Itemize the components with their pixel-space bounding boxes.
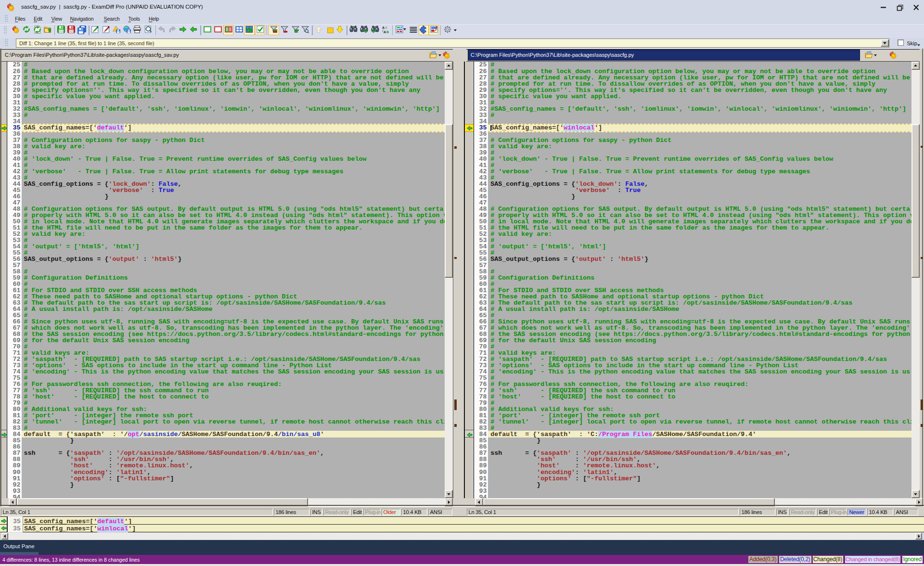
- svg-text:A: A: [384, 30, 386, 33]
- svg-text:A: A: [382, 26, 385, 29]
- svg-text:B: B: [385, 26, 387, 29]
- svg-text:B: B: [386, 30, 389, 33]
